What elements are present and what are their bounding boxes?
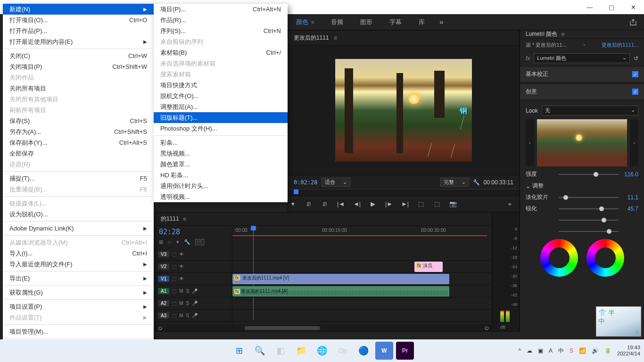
workspace-tab-graphics[interactable]: 图形 <box>352 14 381 30</box>
tray-app-icon[interactable]: ▣ <box>538 347 543 354</box>
workspace-overflow-icon[interactable]: » <box>433 14 449 30</box>
step-forward-icon[interactable]: |► <box>384 200 394 207</box>
panel-menu-icon[interactable]: ≡ <box>561 31 564 38</box>
menu-item[interactable]: 黑场视频... <box>154 148 288 159</box>
play-icon[interactable]: ▶ <box>368 200 378 207</box>
lift-icon[interactable]: ⬚ <box>416 200 426 207</box>
tray-ime2-icon[interactable]: 中 <box>558 347 564 355</box>
track-header-a3[interactable]: A3⬚MS🎤 <box>155 310 232 322</box>
track-header-v2[interactable]: V2⬚👁 <box>155 261 232 273</box>
shadow-wheel[interactable] <box>540 239 578 277</box>
tray-onedrive-icon[interactable]: ☁ <box>527 347 532 354</box>
export-frame-icon[interactable]: 📷 <box>448 200 458 207</box>
menu-item[interactable]: 获取属性(G)▶ <box>3 287 154 298</box>
menu-item[interactable]: 打开最近使用的内容(E)▶ <box>3 36 154 47</box>
panel-menu-icon[interactable]: ≡ <box>183 216 186 222</box>
current-timecode[interactable]: 0:02:28 <box>294 179 318 186</box>
intensity-slider[interactable] <box>559 174 619 175</box>
menu-item[interactable]: 调整图层(A)... <box>154 101 288 112</box>
highlight-wheel[interactable] <box>586 239 624 277</box>
checkbox-creative[interactable]: ✓ <box>632 89 638 95</box>
panel-menu-icon[interactable]: ≡ <box>334 35 337 41</box>
track-lane-a1[interactable]: fx 更改后的1111.mp4 [A] <box>232 285 492 297</box>
menu-item[interactable]: 项目管理(M)... <box>3 326 154 337</box>
quality-dropdown[interactable]: 完整⌄ <box>440 178 469 187</box>
menu-item[interactable]: 通用倒计时片头... <box>154 181 288 191</box>
workspace-tab-library[interactable]: 库 <box>410 14 433 30</box>
menu-item[interactable]: 项目快捷方式 <box>154 80 288 90</box>
menu-item[interactable]: 另存为(A)...Ctrl+Shift+S <box>3 126 154 137</box>
fade-slider[interactable] <box>559 197 619 198</box>
menu-item[interactable]: HD 彩条... <box>154 170 288 181</box>
cc-icon[interactable]: CC <box>195 239 204 245</box>
program-tab[interactable]: 更改后的1111 ≡ <box>288 31 519 46</box>
app-icon[interactable]: 🔵 <box>355 342 372 360</box>
sharpen-slider[interactable] <box>559 208 619 209</box>
program-ruler[interactable] <box>288 189 519 196</box>
track-header-a1[interactable]: A1⬚MS🎤 <box>155 285 232 297</box>
menu-item[interactable]: 项目(P)...Ctrl+Alt+N <box>154 4 288 15</box>
menu-item[interactable]: 导出(E)▶ <box>3 273 154 284</box>
store-icon[interactable]: 🛍 <box>334 342 352 360</box>
search-icon[interactable]: 🔍 <box>251 342 269 360</box>
workspace-tab-captions[interactable]: 字幕 <box>381 14 410 30</box>
menu-item[interactable]: 设为脱机(O)... <box>3 209 154 220</box>
timeline-ruler[interactable]: :00:00 00:00:15:00 00:00:30:00 <box>232 226 492 248</box>
menu-item[interactable]: 关闭(C)Ctrl+W <box>3 50 154 61</box>
lumetri-sequence[interactable]: 更改后的1111... <box>602 41 638 49</box>
track-lane-v1[interactable]: fx 更改后的1111.mp4 [V] <box>232 273 492 285</box>
menu-item[interactable]: 打开作品(P)... <box>3 25 154 36</box>
track-lane-v2[interactable]: fx演员 <box>232 261 492 273</box>
clip-video-main[interactable]: fx 更改后的1111.mp4 [V] <box>232 274 449 284</box>
start-button[interactable]: ⊞ <box>230 342 248 360</box>
adjust-header[interactable]: ⌄调整 <box>526 182 638 190</box>
timeline-timecode[interactable]: 02:28 <box>159 228 228 236</box>
menu-item[interactable]: 新建(N)▶ <box>3 4 154 15</box>
track-lane-a3[interactable] <box>232 310 492 322</box>
tray-clock[interactable]: 19:43 2022/4/14 <box>617 345 640 357</box>
track-header-v1[interactable]: V1⬚👁 <box>155 273 232 285</box>
workspace-tab-color[interactable]: 颜色≡ <box>288 14 322 30</box>
menu-item[interactable]: 透明视频... <box>154 191 288 202</box>
premiere-icon[interactable]: Pr <box>396 342 414 360</box>
menu-item[interactable]: 项目设置(P)▶ <box>3 301 154 312</box>
explorer-icon[interactable]: 📁 <box>292 342 310 360</box>
link-icon[interactable]: ∩ <box>168 239 172 245</box>
menu-item[interactable]: 作品(R)... <box>154 15 288 25</box>
settings-icon[interactable]: 🔧 <box>473 179 480 186</box>
menu-item[interactable]: 关闭所有项目 <box>3 83 154 94</box>
checkbox-basic[interactable]: ✓ <box>632 71 638 77</box>
workspace-tab-audio[interactable]: 音频 <box>322 14 352 30</box>
snap-icon[interactable]: ⊞ <box>159 239 163 245</box>
timeline-scrollbar[interactable]: ○○ <box>155 325 492 331</box>
section-creative[interactable]: 创意 ✓ <box>520 83 644 100</box>
close-button[interactable]: ✕ <box>622 0 644 14</box>
edge-icon[interactable]: 🌐 <box>313 342 331 360</box>
menu-item[interactable]: Adobe Dynamic Link(K)▶ <box>3 223 154 234</box>
share-icon[interactable] <box>622 14 644 30</box>
clip-audio-main[interactable]: fx 更改后的1111.mp4 [A] <box>232 286 449 296</box>
menu-item[interactable]: 颜色遮罩... <box>154 159 288 170</box>
timeline-tab[interactable]: 的1111≡ <box>155 213 492 226</box>
menu-item[interactable]: 序列(S)...Ctrl+N <box>154 25 288 36</box>
lumetri-tab[interactable]: Lumetri 颜色≡ <box>520 30 644 39</box>
saturation-slider[interactable] <box>559 231 619 232</box>
preview-next-icon[interactable]: › <box>630 119 638 166</box>
maximize-button[interactable]: ▢ <box>601 0 622 14</box>
tray-wifi-icon[interactable]: 📶 <box>579 347 586 354</box>
playhead-icon[interactable] <box>294 189 298 194</box>
menu-item[interactable]: 素材箱(B)Ctrl+/ <box>154 47 288 58</box>
in-point-icon[interactable]: ⎚ <box>304 200 314 207</box>
menu-item[interactable]: 保存副本(Y)...Ctrl+Alt+S <box>3 137 154 148</box>
menu-item[interactable]: 关闭项目(P)Ctrl+Shift+W <box>3 61 154 72</box>
tray-ime-icon[interactable]: A <box>549 347 553 354</box>
menu-item[interactable]: 保存(S)Ctrl+S <box>3 115 154 126</box>
out-point-icon[interactable]: ⎚ <box>320 200 330 207</box>
settings-icon[interactable]: 🔧 <box>184 239 190 245</box>
clip-actor[interactable]: fx演员 <box>414 262 443 272</box>
menu-item[interactable]: 导入最近使用的文件(F)▶ <box>3 259 154 270</box>
section-basic[interactable]: 基本校正 ✓ <box>520 66 644 82</box>
menu-item[interactable]: 旧版标题(T)... <box>154 112 288 123</box>
fit-dropdown[interactable]: 适合⌄ <box>322 178 350 187</box>
menu-item[interactable]: 彩条... <box>154 137 288 148</box>
